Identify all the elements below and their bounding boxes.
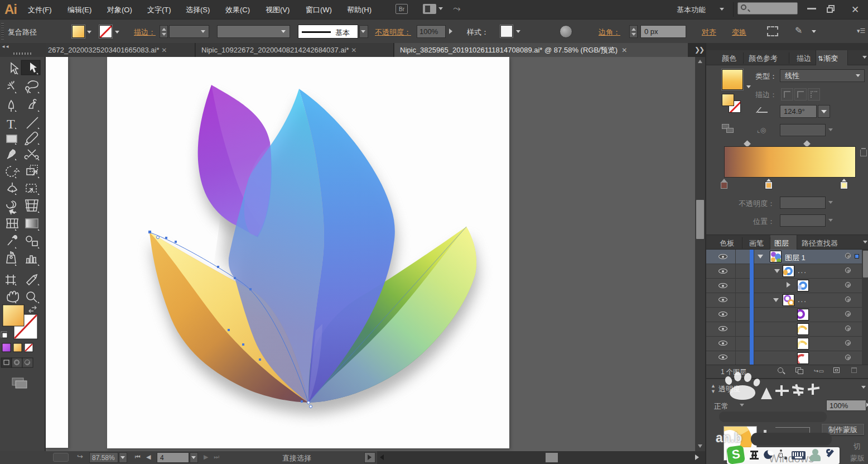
svg-text:T: T — [7, 117, 15, 131]
